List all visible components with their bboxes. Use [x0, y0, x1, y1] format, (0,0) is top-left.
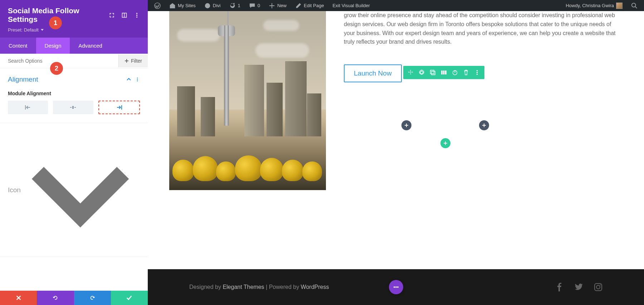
hero-image — [169, 11, 326, 190]
gear-icon[interactable] — [419, 69, 425, 76]
svg-rect-19 — [443, 71, 445, 74]
search-icon[interactable] — [628, 0, 641, 11]
body-paragraph: grow their online presence and stay ahea… — [344, 11, 623, 47]
svg-rect-26 — [595, 284, 602, 291]
svg-rect-15 — [121, 105, 122, 110]
edit-page[interactable]: Edit Page — [292, 0, 327, 11]
field-label-module-alignment: Module Alignment — [8, 91, 140, 96]
move-icon[interactable] — [408, 69, 414, 76]
add-module-button[interactable] — [479, 120, 489, 130]
chevron-up-icon — [126, 77, 131, 82]
facebook-icon[interactable] — [555, 283, 564, 291]
more-icon[interactable] — [134, 12, 140, 18]
chevron-down-icon — [21, 130, 140, 250]
tab-content[interactable]: Content — [0, 38, 36, 54]
svg-point-9 — [137, 79, 138, 80]
svg-rect-13 — [72, 106, 74, 109]
tab-design[interactable]: Design — [36, 38, 70, 54]
svg-point-27 — [596, 285, 600, 289]
svg-point-10 — [137, 81, 138, 82]
expand-icon[interactable] — [109, 12, 115, 18]
exit-visual-builder[interactable]: Exit Visual Builder — [329, 0, 374, 11]
page-preview: grow their online presence and stay ahea… — [148, 11, 644, 305]
step-badge-2: 2 — [50, 62, 63, 75]
svg-point-25 — [477, 74, 478, 75]
divi-menu[interactable]: Divi — [201, 0, 224, 11]
redo-button[interactable] — [74, 291, 111, 305]
wp-admin-bar: My Sites Divi 1 0 New Edit Page Exit Vis… — [148, 0, 644, 11]
accordion-text[interactable]: Text — [0, 257, 148, 291]
updates[interactable]: 1 — [226, 0, 244, 11]
svg-rect-16 — [430, 70, 434, 74]
svg-point-30 — [395, 286, 397, 288]
svg-point-6 — [136, 14, 137, 15]
svg-rect-17 — [431, 71, 435, 75]
svg-point-29 — [394, 286, 395, 288]
user-avatar — [616, 3, 623, 9]
svg-rect-11 — [25, 105, 26, 110]
step-badge-1: 1 — [49, 16, 62, 29]
accordion-icon[interactable]: Icon — [0, 123, 148, 257]
new-content[interactable]: New — [265, 0, 290, 11]
svg-point-8 — [137, 78, 138, 79]
svg-point-31 — [397, 286, 399, 288]
twitter-icon[interactable] — [575, 283, 583, 291]
add-row-button[interactable] — [440, 138, 450, 148]
svg-point-23 — [477, 70, 478, 71]
wp-logo[interactable] — [151, 0, 164, 11]
align-right-button[interactable] — [98, 101, 140, 114]
svg-point-1 — [205, 3, 210, 8]
chevron-down-icon — [20, 264, 140, 291]
comments[interactable]: 0 — [245, 0, 264, 11]
launch-button[interactable]: Launch Now — [344, 64, 402, 82]
save-button[interactable] — [111, 291, 148, 305]
trash-icon[interactable] — [463, 69, 469, 76]
cancel-button[interactable] — [0, 291, 37, 305]
duplicate-icon[interactable] — [430, 69, 436, 76]
align-left-button[interactable] — [8, 101, 48, 114]
more-icon[interactable] — [135, 77, 140, 82]
builder-fab[interactable] — [389, 280, 403, 294]
responsive-icon[interactable] — [121, 12, 127, 18]
align-center-button[interactable] — [53, 101, 93, 114]
svg-rect-12 — [70, 107, 72, 108]
svg-point-24 — [477, 72, 478, 73]
accordion-alignment[interactable]: Alignment — [0, 68, 148, 91]
instagram-icon[interactable] — [594, 283, 602, 291]
add-module-button[interactable] — [401, 120, 411, 130]
svg-point-28 — [600, 285, 601, 286]
svg-point-5 — [136, 13, 137, 14]
panel-header: Social Media Follow Settings Preset: Def… — [0, 0, 148, 38]
howdy-user[interactable]: Howdy, Christina Gwira — [562, 0, 626, 11]
more-icon[interactable] — [474, 69, 480, 76]
panel-footer — [0, 291, 148, 305]
undo-button[interactable] — [37, 291, 74, 305]
svg-rect-20 — [445, 71, 447, 74]
settings-panel: Social Media Follow Settings Preset: Def… — [0, 0, 148, 305]
preset-dropdown[interactable]: Preset: Default — [8, 27, 140, 33]
tab-advanced[interactable]: Advanced — [70, 38, 111, 54]
my-sites[interactable]: My Sites — [166, 0, 199, 11]
svg-point-7 — [136, 16, 137, 17]
power-icon[interactable] — [452, 69, 458, 76]
columns-icon[interactable] — [441, 69, 447, 76]
filter-button[interactable]: Filter — [118, 54, 148, 67]
svg-rect-18 — [441, 71, 443, 74]
svg-point-2 — [632, 3, 636, 7]
tabs: Content Design Advanced — [0, 38, 148, 54]
svg-rect-14 — [74, 107, 76, 108]
module-toolbar — [403, 66, 484, 79]
footer-credits: Designed by Elegant Themes | Powered by … — [189, 284, 329, 290]
